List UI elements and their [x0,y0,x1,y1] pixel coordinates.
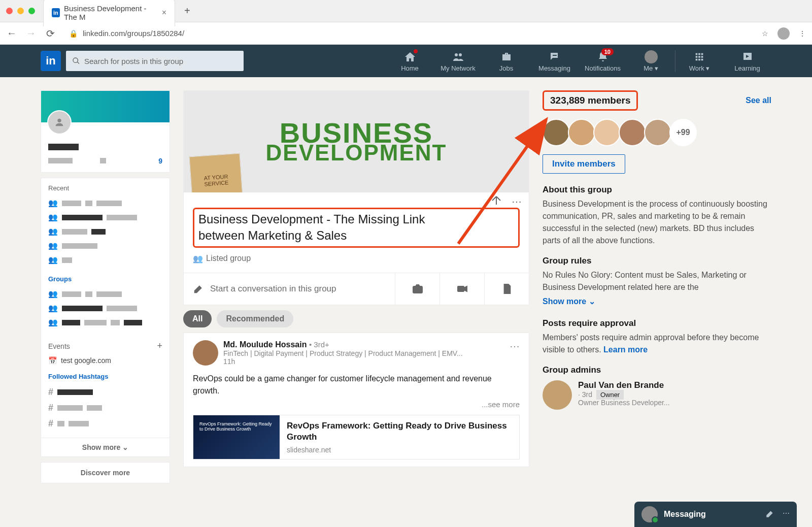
group-banner: BUSINESS DEVELOPMENT AT YOUR SERVICE [184,91,529,192]
post-body: RevOps could be a game changer for custo… [193,373,520,397]
photo-button[interactable] [395,273,439,305]
notif-badge: 10 [601,48,614,55]
member-avatar[interactable] [619,119,646,146]
post-author[interactable]: Md. Moulude Hossain • 3rd+ [223,340,504,349]
invite-button[interactable]: Invite members [543,154,625,174]
add-event-icon[interactable]: + [157,341,162,351]
star-icon[interactable]: ☆ [762,29,768,38]
group-icon: 👥 [48,199,58,208]
lock-icon: 🔒 [69,29,78,38]
member-avatar[interactable] [568,119,595,146]
minimize-window[interactable] [17,8,24,14]
annotation-box-members: 323,889 members [543,90,638,111]
listed-label: 👥 Listed group [193,254,520,264]
new-tab-button[interactable]: + [184,5,190,17]
tab-title: Business Development - The M [64,4,158,21]
admin-avatar [543,380,572,410]
hashtags-header[interactable]: Followed Hashtags [48,373,162,380]
viewer-count: 9 [158,157,162,165]
nav-work[interactable]: Work ▾ [675,50,723,72]
more-icon[interactable]: ⋯ [512,195,522,208]
rules-header: Group rules [543,256,771,266]
avatar[interactable] [47,110,72,135]
group-item[interactable]: 👥 [48,315,162,330]
document-button[interactable] [484,273,529,305]
browser-tab[interactable]: in Business Development - The M × [43,0,175,26]
close-tab-icon[interactable]: × [162,8,166,17]
hashtag-item[interactable]: # [48,384,162,400]
close-window[interactable] [6,8,13,14]
group-hero: BUSINESS DEVELOPMENT AT YOUR SERVICE ⋯ B… [183,90,529,305]
messaging-dock[interactable]: Messaging ⋯ [634,502,797,527]
message-icon [549,50,561,63]
member-avatar[interactable] [543,119,570,146]
dock-more-icon[interactable]: ⋯ [783,509,790,520]
pill-recommended[interactable]: Recommended [217,310,293,327]
show-more-button[interactable]: Show more ⌄ [41,438,170,456]
approval-header: Posts require approval [543,318,771,328]
recent-item[interactable]: 👥 [48,196,162,210]
recent-item[interactable]: 👥 [48,239,162,253]
show-more-rules[interactable]: Show more ⌄ [543,297,771,306]
see-all-link[interactable]: See all [746,96,771,105]
hashtag-item[interactable]: # [48,416,162,432]
nav-learning[interactable]: Learning [723,50,771,72]
calendar-icon: 📅 [48,356,57,365]
event-name: test google.com [61,356,111,365]
nav-me[interactable]: Me ▾ [627,50,675,72]
hash-icon: # [48,387,53,398]
forward-button[interactable]: → [25,27,37,39]
feed-filter: All Recommended [183,310,529,327]
nav-notifications[interactable]: 10 Notifications [579,50,627,72]
briefcase-icon [500,50,513,63]
member-avatar[interactable] [593,119,621,146]
nav-home[interactable]: Home [386,50,434,72]
nav-messaging[interactable]: Messaging [530,50,579,72]
back-button[interactable]: ← [6,27,17,39]
member-more[interactable]: +99 [669,119,697,146]
hashtag-item[interactable]: # [48,400,162,416]
discover-more[interactable]: Discover more [41,462,170,483]
nav-network[interactable]: My Network [434,50,482,72]
video-button[interactable] [439,273,484,305]
maximize-window[interactable] [28,8,35,14]
nav-jobs[interactable]: Jobs [482,50,530,72]
recent-item[interactable]: 👥 [48,253,162,267]
group-item[interactable]: 👥 [48,287,162,301]
member-avatar[interactable] [644,119,671,146]
recent-item[interactable]: 👥 [48,224,162,239]
approval-text: Members' posts require admin approval be… [543,333,759,354]
pill-all[interactable]: All [183,310,212,327]
recent-item[interactable]: 👥 [48,210,162,224]
compose-bar: Start a conversation in this group [184,273,529,305]
hash-icon: # [48,418,53,429]
search-input[interactable]: Search for posts in this group [66,51,244,71]
admins-header: Group admins [543,365,771,375]
groups-header[interactable]: Groups [48,275,162,283]
admin-row[interactable]: Paul Van den Brande · 3rd Owner Owner Bu… [543,380,771,410]
reload-button[interactable]: ⟳ [45,27,56,40]
share-icon[interactable] [490,194,502,208]
about-text: Business Development is the process of c… [543,198,771,247]
event-item[interactable]: 📅 test google.com [41,354,170,370]
search-icon [72,57,80,65]
kebab-icon[interactable]: ⋮ [799,29,806,38]
linkedin-logo[interactable]: in [41,51,61,71]
address-bar[interactable]: 🔒 linkedin.com/groups/1850284/ [64,29,754,38]
group-item[interactable]: 👥 [48,301,162,315]
see-more-button[interactable]: ...see more [193,400,520,409]
admin-role: Owner Business Developer... [578,399,670,407]
avatar-icon [645,50,658,63]
rules-text: No Rules No Glory: Content must be Sales… [543,269,771,293]
compose-message-icon[interactable] [765,509,774,520]
profile-icon[interactable] [777,27,790,40]
group-title: Business Development - The Missing Link … [198,211,514,244]
learn-more-link[interactable]: Learn more [603,345,648,354]
link-title: RevOps Framework: Getting Ready to Drive… [287,420,512,443]
compose-input[interactable]: Start a conversation in this group [184,273,395,305]
video-icon [456,283,468,295]
post-more-icon[interactable]: ⋯ [510,340,520,366]
link-preview[interactable]: RevOps Framework: Getting Ready to Drive… [193,415,520,459]
camera-icon [412,283,424,295]
post-avatar[interactable] [193,340,218,366]
